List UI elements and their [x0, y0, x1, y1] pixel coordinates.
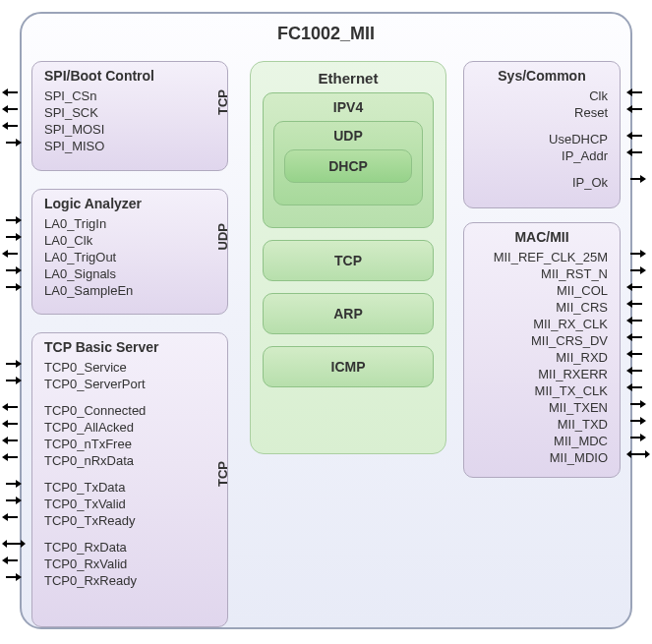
signal-label: TCP0_Connected: [44, 402, 215, 419]
pin-arrow-icon: [628, 88, 648, 96]
signal-label: SPI_MOSI: [44, 121, 215, 138]
signal-label: LA0_Signals: [44, 265, 215, 282]
signal-label: TCP0_TxReady: [44, 512, 215, 529]
pin-arrow-icon: [4, 105, 24, 113]
signal-label: IP_Addr: [476, 147, 608, 164]
block-ethernet: Ethernet IPV4 UDP DHCP TCP ARP ICMP: [250, 61, 446, 454]
signal-label: SPI_CSn: [44, 88, 215, 104]
pin-arrow-icon: [628, 367, 648, 375]
signal-label: UseDHCP: [476, 131, 608, 147]
signal-label: IP_Ok: [476, 174, 608, 191]
block-title: Logic Analyzer: [44, 196, 215, 211]
signal-label: TCP0_AllAcked: [44, 419, 215, 436]
pin-arrow-icon: [628, 333, 648, 341]
pin-arrow-icon: [628, 283, 648, 291]
pin-arrow-icon: [4, 540, 24, 548]
chip-title: FC1002_MII: [22, 24, 630, 44]
eth-ipv4: IPV4 UDP DHCP: [263, 92, 434, 228]
pin-arrow-icon: [628, 434, 648, 441]
signal-label: SPI_MISO: [44, 138, 215, 154]
signal-label: MII_TXEN: [476, 399, 608, 416]
signal-label: TCP0_TxData: [44, 479, 215, 496]
block-spi-boot-control: SPI/Boot Control TCP SPI_CSnSPI_SCKSPI_M…: [31, 61, 228, 171]
signal-label: TCP0_Service: [44, 359, 215, 376]
signal-label: MII_RX_CLK: [476, 316, 608, 332]
signal-label: MII_CRS_DV: [476, 332, 608, 349]
block-sys-common: Sys/Common ClkResetUseDHCPIP_AddrIP_Ok: [463, 61, 621, 208]
signal-label: TCP0_nRxData: [44, 452, 215, 469]
block-side-tag: UDP: [215, 223, 230, 250]
eth-arp: ARP: [263, 293, 434, 334]
pin-arrow-icon: [628, 350, 648, 358]
pin-arrow-icon: [4, 139, 24, 146]
signal-label: TCP0_RxData: [44, 539, 215, 556]
pin-arrow-icon: [628, 417, 648, 425]
signal-label: MII_TXD: [476, 416, 608, 433]
pin-arrow-icon: [4, 216, 24, 224]
signal-label: TCP0_RxReady: [44, 572, 215, 589]
pin-arrow-icon: [4, 497, 24, 504]
signal-label: MII_REF_CLK_25M: [476, 249, 608, 265]
block-title: MAC/MII: [476, 229, 608, 245]
signal-label: MII_CRS: [476, 299, 608, 316]
pin-arrow-icon: [628, 300, 648, 308]
signal-label: Clk: [476, 88, 608, 104]
pin-arrow-icon: [628, 148, 648, 156]
signal-label: LA0_TrigOut: [44, 249, 215, 265]
block-title: Sys/Common: [476, 68, 608, 84]
pin-arrow-icon: [4, 420, 24, 428]
signal-label: TCP0_ServerPort: [44, 376, 215, 392]
signal-label: LA0_SampleEn: [44, 282, 215, 299]
pin-arrow-icon: [4, 573, 24, 581]
signal-label: MII_TX_CLK: [476, 382, 608, 399]
pin-arrow-icon: [4, 453, 24, 461]
eth-icmp-label: ICMP: [331, 359, 366, 375]
signal-label: LA0_TrigIn: [44, 215, 215, 232]
block-tcp-basic-server: TCP Basic Server TCP TCP0_ServiceTCP0_Se…: [31, 332, 228, 627]
pin-arrow-icon: [4, 233, 24, 241]
pin-arrow-icon: [628, 175, 648, 183]
eth-dhcp-label: DHCP: [328, 158, 368, 174]
pin-arrow-icon: [628, 105, 648, 113]
eth-dhcp: DHCP: [284, 149, 412, 183]
pin-arrow-icon: [4, 556, 24, 564]
signal-label: MII_RXERR: [476, 366, 608, 382]
signal-label: TCP0_TxValid: [44, 496, 215, 512]
pin-arrow-icon: [628, 383, 648, 391]
signal-label: MII_MDC: [476, 433, 608, 449]
eth-udp-label: UDP: [284, 128, 412, 144]
chip-outline: FC1002_MII SPI/Boot Control TCP SPI_CSnS…: [20, 12, 632, 629]
signal-label: TCP0_RxValid: [44, 556, 215, 572]
signal-label: TCP0_nTxFree: [44, 436, 215, 452]
eth-udp: UDP DHCP: [273, 121, 423, 205]
block-title: TCP Basic Server: [44, 339, 215, 355]
eth-ipv4-label: IPV4: [273, 99, 423, 115]
pin-arrow-icon: [4, 513, 24, 521]
pin-arrow-icon: [4, 250, 24, 258]
pin-arrow-icon: [628, 132, 648, 140]
pin-arrow-icon: [4, 360, 24, 368]
eth-arp-label: ARP: [333, 306, 363, 322]
block-logic-analyzer: Logic Analyzer UDP LA0_TrigInLA0_ClkLA0_…: [31, 189, 228, 315]
pin-arrow-icon: [4, 88, 24, 96]
pin-arrow-icon: [628, 317, 648, 324]
eth-tcp: TCP: [263, 240, 434, 281]
pin-arrow-icon: [4, 283, 24, 291]
signal-label: SPI_SCK: [44, 104, 215, 121]
pin-arrow-icon: [4, 122, 24, 130]
pin-arrow-icon: [4, 403, 24, 411]
block-side-tag: TCP: [215, 461, 230, 487]
pin-arrow-icon: [628, 266, 648, 274]
signal-label: MII_RST_N: [476, 265, 608, 282]
block-mac-mii: MAC/MII MII_REF_CLK_25MMII_RST_NMII_COLM…: [463, 222, 621, 478]
pin-arrow-icon: [4, 480, 24, 488]
pin-arrow-icon: [4, 437, 24, 444]
eth-icmp: ICMP: [263, 346, 434, 387]
signal-label: Reset: [476, 104, 608, 121]
signal-label: MII_RXD: [476, 349, 608, 366]
pin-arrow-icon: [628, 400, 648, 408]
eth-tcp-label: TCP: [334, 253, 362, 268]
ethernet-title: Ethernet: [263, 70, 434, 87]
pin-arrow-icon: [628, 450, 648, 458]
block-title: SPI/Boot Control: [44, 68, 215, 84]
